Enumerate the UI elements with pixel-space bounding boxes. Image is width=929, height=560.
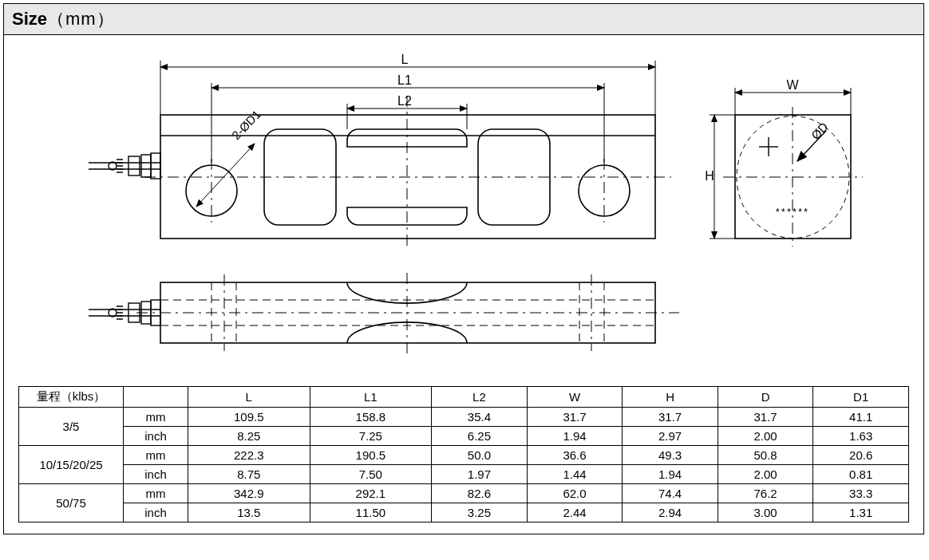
table-row: inch 8.75 7.50 1.97 1.44 1.94 2.00 0.81 <box>19 465 909 484</box>
label-L: L <box>401 53 409 66</box>
svg-rect-10 <box>151 153 160 179</box>
table-row: 10/15/20/25 mm 222.3 190.5 50.0 36.6 49.… <box>19 446 909 465</box>
dimension-table: 量程（klbs） L L1 L2 W H D D1 3/5 mm 109.5 1… <box>18 386 909 523</box>
svg-rect-9 <box>141 155 151 177</box>
table-row: inch 13.5 11.50 3.25 2.44 2.94 3.00 1.31 <box>19 503 909 523</box>
label-H: H <box>705 169 714 183</box>
table-row: 50/75 mm 342.9 292.1 82.6 62.0 74.4 76.2… <box>19 484 909 503</box>
engineering-drawing: 2-ØD1 L L1 <box>18 43 909 378</box>
table-header-row: 量程（klbs） L L1 L2 W H D D1 <box>19 387 909 408</box>
label-stars: ****** <box>776 206 809 218</box>
label-L1: L1 <box>397 73 412 87</box>
table-row: 3/5 mm 109.5 158.8 35.4 31.7 31.7 31.7 4… <box>19 408 909 427</box>
label-L2: L2 <box>397 94 412 108</box>
svg-rect-53 <box>151 300 160 325</box>
table-row: inch 8.25 7.25 6.25 1.94 2.97 2.00 1.63 <box>19 427 909 446</box>
content: 2-ØD1 L L1 <box>4 35 923 534</box>
title-bold: Size <box>12 9 47 29</box>
panel: Size（mm） <box>3 3 924 534</box>
title-unit: （mm） <box>47 9 115 29</box>
svg-line-16 <box>196 144 255 207</box>
svg-rect-8 <box>128 156 140 175</box>
label-hole: 2-ØD1 <box>229 107 263 142</box>
label-diaD: ØD <box>808 120 831 142</box>
label-W: W <box>786 78 799 92</box>
title-bar: Size（mm） <box>4 4 923 35</box>
